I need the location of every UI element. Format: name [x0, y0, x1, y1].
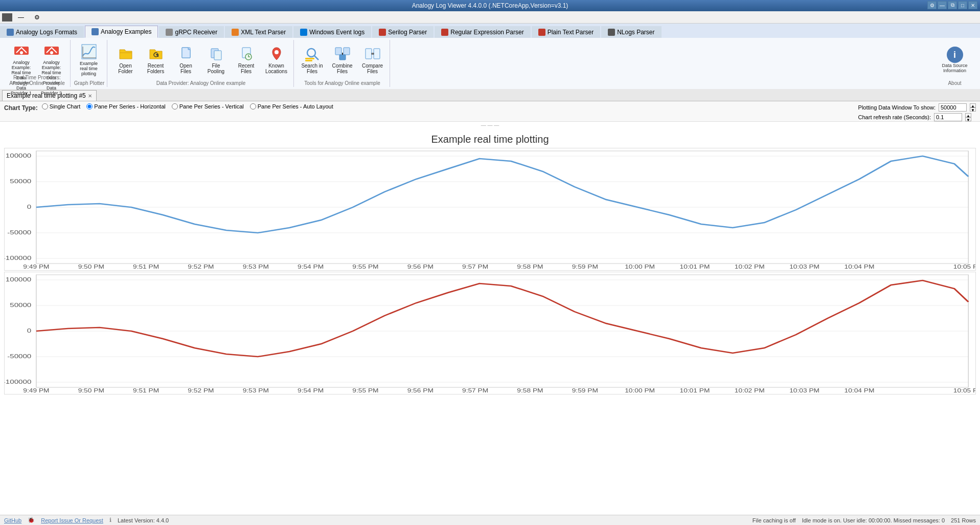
- maximize-btn[interactable]: □: [958, 1, 967, 9]
- svg-text:0: 0: [27, 327, 31, 334]
- tools-group-label: Tools for Analogy Online example: [295, 80, 390, 86]
- menu-icon3[interactable]: ⚙: [30, 12, 44, 23]
- dataprovider-buttons: Open Folder Recent Folders: [111, 41, 290, 86]
- pane-vertical-option[interactable]: Pane Per Series - Vertical: [172, 103, 244, 110]
- rows-count: 251 Rows: [951, 517, 976, 523]
- chart-type-label: Chart Type:: [4, 103, 38, 112]
- svg-point-1: [20, 51, 23, 54]
- graph-group-label: Graph Plotter: [72, 80, 107, 86]
- svg-text:9:53 PM: 9:53 PM: [243, 264, 269, 270]
- svg-rect-19: [366, 49, 372, 59]
- menu-icon1[interactable]: [2, 13, 12, 21]
- tab-nlogs[interactable]: NLogs Parser: [601, 26, 661, 38]
- refresh-down[interactable]: ▼: [965, 117, 971, 121]
- ribbon-group-tools: Search in Files Combine Files: [295, 40, 390, 87]
- ribbon-group-realtime: Analogy Example: Real time Data Provider…: [4, 40, 71, 87]
- svg-text:10:05 PM: 10:05 PM: [953, 388, 975, 394]
- provider2-btn[interactable]: Analogy Example: Real time Data Provider…: [37, 41, 65, 97]
- pane-divider: — — —: [0, 122, 980, 128]
- tab-logs-formats[interactable]: Analogy Logs Formats: [0, 26, 84, 38]
- combine-files-icon: [334, 46, 351, 62]
- combine-files-btn[interactable]: Combine Files: [328, 44, 356, 76]
- minimize-btn[interactable]: —: [938, 1, 947, 9]
- close-btn[interactable]: ✕: [968, 1, 977, 9]
- main-chart-area: — — — Example real time plotting series1…: [0, 122, 980, 525]
- pane-auto-radio[interactable]: [250, 103, 256, 110]
- tab-serilog[interactable]: Serilog Parser: [372, 26, 434, 38]
- search-in-files-btn[interactable]: Search in Files: [298, 44, 326, 76]
- file-caching-status: File caching is off: [753, 517, 796, 523]
- file-pooling-icon: [208, 46, 224, 62]
- menu-icon2[interactable]: —: [13, 12, 29, 23]
- pane-horizontal-option[interactable]: Pane Per Series - Horizontal: [86, 103, 165, 110]
- refresh-setting-label: Chart refresh rate (Seconds):: [858, 114, 931, 120]
- data-source-info-btn[interactable]: i Data Source Information: [937, 46, 973, 74]
- logs-formats-icon: [7, 29, 14, 36]
- ribbon-group-about: i Data Source Information About: [933, 40, 976, 87]
- series1-line-path: [36, 156, 968, 233]
- svg-text:9:51 PM: 9:51 PM: [133, 388, 159, 394]
- tab-analogy-examples[interactable]: Analogy Examples: [85, 26, 158, 38]
- example-realtime-plotting-btn[interactable]: Example real time plotting: [75, 42, 103, 78]
- svg-text:9:50 PM: 9:50 PM: [78, 388, 104, 394]
- window-spinner[interactable]: ▲ ▼: [970, 103, 976, 112]
- known-locations-icon: [268, 46, 285, 62]
- recent-files-icon: [238, 46, 255, 62]
- open-files-btn[interactable]: Open Files: [172, 44, 200, 76]
- svg-text:9:54 PM: 9:54 PM: [298, 388, 324, 394]
- svg-rect-18: [339, 55, 346, 60]
- open-files-icon: [178, 46, 194, 62]
- svg-text:-100000: -100000: [5, 379, 31, 385]
- svg-text:100000: 100000: [6, 276, 31, 282]
- svg-text:9:59 PM: 9:59 PM: [572, 264, 598, 270]
- tab-close-btn[interactable]: ✕: [88, 93, 92, 99]
- recent-files-btn[interactable]: Recent Files: [232, 44, 260, 76]
- tab-xml[interactable]: XML Text Parser: [225, 26, 292, 38]
- tab-windows-events[interactable]: Windows Event logs: [293, 26, 371, 38]
- svg-text:10:02 PM: 10:02 PM: [735, 388, 765, 394]
- svg-point-12: [307, 49, 315, 57]
- about-group-label: About: [933, 80, 976, 86]
- tab-regex[interactable]: Regular Expression Parser: [435, 26, 530, 38]
- recent-folders-btn[interactable]: Recent Folders: [142, 44, 170, 76]
- restore-btn[interactable]: ⧉: [948, 1, 957, 9]
- tab-grpc[interactable]: gRPC Receiver: [159, 26, 224, 38]
- svg-text:0: 0: [27, 204, 31, 210]
- dataprovider-group-label: Data Provider: Analogy Online example: [108, 80, 293, 86]
- tools-buttons: Search in Files Combine Files: [298, 41, 386, 86]
- pane-vertical-radio[interactable]: [172, 103, 178, 110]
- svg-text:10:03 PM: 10:03 PM: [789, 264, 819, 270]
- chart-type-options: Single Chart Pane Per Series - Horizonta…: [42, 103, 333, 110]
- window-value-input[interactable]: [939, 103, 967, 112]
- compare-files-btn[interactable]: Compare Files: [358, 44, 386, 76]
- window-up[interactable]: ▲: [970, 103, 976, 107]
- chart-type-bar: Chart Type: Single Chart Pane Per Series…: [0, 101, 980, 122]
- svg-text:-50000: -50000: [7, 353, 31, 359]
- refresh-value-input[interactable]: [934, 113, 962, 121]
- svg-text:9:49 PM: 9:49 PM: [23, 388, 49, 394]
- svg-text:9:58 PM: 9:58 PM: [517, 388, 543, 394]
- svg-text:9:50 PM: 9:50 PM: [78, 264, 104, 270]
- windows-icon: [300, 29, 307, 36]
- file-pooling-btn[interactable]: File Pooling: [202, 44, 230, 76]
- report-issue-link[interactable]: Report Issue Or Request: [41, 517, 103, 523]
- settings-btn[interactable]: ⚙: [927, 1, 937, 9]
- svg-text:10:03 PM: 10:03 PM: [789, 388, 819, 394]
- svg-text:10:05 PM: 10:05 PM: [953, 264, 975, 270]
- pane-horizontal-radio[interactable]: [86, 103, 93, 110]
- ribbon-group-graph: Example real time plotting Graph Plotter: [72, 40, 107, 87]
- pane-auto-option[interactable]: Pane Per Series - Auto Layout: [250, 103, 333, 110]
- svg-rect-14: [305, 58, 314, 59]
- provider2-icon: [43, 42, 60, 59]
- open-folder-btn[interactable]: Open Folder: [111, 44, 140, 76]
- github-link[interactable]: GitHub: [4, 517, 21, 523]
- svg-text:9:55 PM: 9:55 PM: [352, 388, 378, 394]
- refresh-spinner[interactable]: ▲ ▼: [965, 113, 971, 121]
- svg-text:9:59 PM: 9:59 PM: [572, 388, 598, 394]
- refresh-up[interactable]: ▲: [965, 113, 971, 117]
- known-locations-btn[interactable]: Known Locations: [262, 44, 290, 76]
- provider1-btn[interactable]: Analogy Example: Real time Data Provider…: [7, 41, 35, 97]
- graph-buttons: Example real time plotting: [75, 41, 104, 86]
- tab-plaintext[interactable]: Plain Text Parser: [532, 26, 601, 38]
- window-down[interactable]: ▼: [970, 107, 976, 112]
